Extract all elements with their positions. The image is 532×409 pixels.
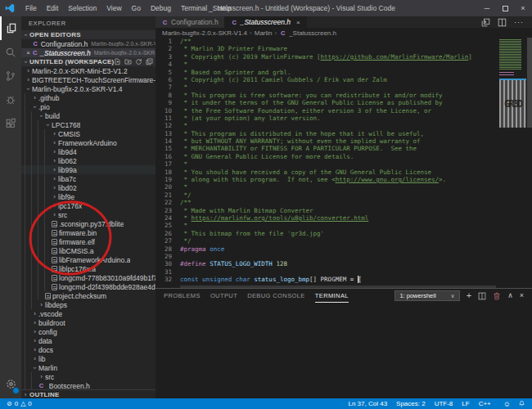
tree-item[interactable]: ›buildroot: [21, 318, 156, 327]
tree-item[interactable]: ›src: [21, 210, 156, 219]
code-area[interactable]: 1/**2 * Marlin 3D Printer Firmware3 * Co…: [156, 38, 496, 285]
code-line[interactable]: 18 * You should have received a copy of …: [156, 169, 496, 176]
code-line[interactable]: 9 * it under the terms of the GNU Genera…: [156, 99, 496, 106]
open-changes-icon[interactable]: [481, 18, 490, 27]
tree-item[interactable]: project.checksum: [21, 291, 156, 300]
close-button[interactable]: ×: [514, 0, 532, 16]
tree-item[interactable]: ›lpc176x: [21, 201, 156, 210]
code-line[interactable]: 23 * Made with Marlin Bitmap Converter: [156, 207, 496, 214]
search-icon[interactable]: [0, 40, 21, 64]
code-line[interactable]: 15 * MERCHANTABILITY or FITNESS FOR A PA…: [156, 145, 496, 152]
tree-item[interactable]: ›libdeps: [21, 300, 156, 309]
tree-item[interactable]: longcmd-d2f4398bdde928ae4dbef61d0181...: [21, 282, 156, 291]
code-line[interactable]: 1/**: [156, 38, 496, 45]
tree-item[interactable]: ›liba7c: [21, 174, 156, 183]
code-line[interactable]: 8 * This program is free software: you c…: [156, 92, 496, 99]
menu-view[interactable]: View: [101, 0, 126, 16]
menu-edit[interactable]: Edit: [42, 0, 64, 16]
tree-item[interactable]: ›lib: [21, 354, 156, 363]
tree-item[interactable]: firmware.elf: [21, 237, 156, 246]
maximize-panel-icon[interactable]: ∧: [507, 292, 513, 299]
tree-item[interactable]: .sconsign.py37.dblite: [21, 219, 156, 228]
code-line[interactable]: 25 *: [156, 222, 496, 229]
tree-item[interactable]: ›Marlin-bugfix-2.0.x-SKR-V1.4: [21, 84, 156, 93]
tree-item[interactable]: ›libd02: [21, 183, 156, 192]
tree-item[interactable]: ›Marlin-2.0.x-SKR-Mini-E3-V1.2: [21, 66, 156, 75]
editor-tab[interactable]: CConfiguration.h: [156, 16, 225, 28]
terminal-select[interactable]: 1: powershell ∨: [394, 290, 459, 301]
tree-item[interactable]: ›.pio: [21, 102, 156, 111]
tree-item[interactable]: ›.github: [21, 93, 156, 102]
collapse-all-icon[interactable]: [146, 58, 153, 65]
code-line[interactable]: 10 * the Free Software Foundation, eithe…: [156, 107, 496, 115]
code-line[interactable]: 6 * Copyright (c) 2011 Camiel Gubbels / …: [156, 76, 496, 83]
code-line[interactable]: 32const unsigned char status_logo_bmp[] …: [156, 276, 496, 283]
menu-file[interactable]: File: [20, 0, 42, 16]
code-line[interactable]: 31: [156, 268, 496, 276]
status-item[interactable]: C++: [479, 400, 491, 407]
open-editor-item[interactable]: CConfiguration.hMarlin-bugfix-2.0.x-SKR-…: [21, 39, 156, 48]
workspace-header[interactable]: › UNTITLED (WORKSPACE): [21, 57, 156, 66]
status-item[interactable]: UTF-8: [435, 400, 453, 407]
tree-item[interactable]: libCMSIS.a: [21, 246, 156, 255]
code-line[interactable]: 12 *: [156, 122, 496, 129]
minimize-button[interactable]: ─: [478, 0, 496, 16]
menu-selection[interactable]: Selection: [63, 0, 101, 16]
refresh-icon[interactable]: [135, 58, 142, 65]
tree-item[interactable]: ›lib062: [21, 156, 156, 165]
breadcrumb-item[interactable]: Marlin: [255, 29, 273, 37]
split-editor-icon[interactable]: [498, 18, 507, 27]
breadcrumb-item[interactable]: _Statusscreen.h: [289, 29, 336, 37]
tree-item[interactable]: ›data: [21, 336, 156, 345]
panel-tab-debug-console[interactable]: DEBUG CONSOLE: [247, 289, 305, 303]
code-line[interactable]: 27 */: [156, 237, 496, 245]
kill-terminal-icon[interactable]: [493, 292, 501, 300]
tree-item[interactable]: ›docs: [21, 345, 156, 354]
tree-item[interactable]: ›FrameworkArduino: [21, 138, 156, 147]
editor-tab[interactable]: C_Statusscreen.h×: [225, 16, 307, 28]
terminal-content[interactable]: [156, 303, 532, 398]
code-line[interactable]: 30#define STATUS_LOGO_WIDTH 128: [156, 260, 496, 267]
tree-item[interactable]: longcmd-778b83010a9fd49b1f7432b587f3...: [21, 273, 156, 282]
status-item[interactable]: Spaces: 2: [396, 400, 426, 407]
tree-item[interactable]: liblpc176x.a: [21, 264, 156, 273]
panel-tab-problems[interactable]: PROBLEMS: [164, 289, 201, 303]
panel-tab-terminal[interactable]: TERMINAL: [315, 289, 349, 303]
tree-item[interactable]: ›src: [21, 372, 156, 381]
code-line[interactable]: 26 * This bitmap from the file 'gr3d.jpg…: [156, 230, 496, 237]
panel-tab-output[interactable]: OUTPUT: [210, 289, 237, 303]
code-line[interactable]: 24 * https://marlinfw.org/tools/u8glib/c…: [156, 214, 496, 222]
close-editor-icon[interactable]: ×: [25, 49, 31, 56]
close-tab-icon[interactable]: ×: [296, 19, 300, 26]
tree-item[interactable]: ›Marlin: [21, 363, 156, 372]
code-line[interactable]: 29: [156, 253, 496, 260]
tree-item[interactable]: ›.vscode: [21, 309, 156, 318]
code-line[interactable]: 4 *: [156, 61, 496, 68]
tree-item[interactable]: ›CMSIS: [21, 129, 156, 138]
code-line[interactable]: 21 */: [156, 191, 496, 199]
open-editors-header[interactable]: › OPEN EDITORS: [21, 30, 156, 39]
problems-status[interactable]: ⊘ 0 △ 0: [7, 400, 32, 407]
feedback-smiley-icon[interactable]: ☺: [503, 401, 511, 407]
minimap[interactable]: GR3D: [499, 38, 526, 285]
code-line[interactable]: 2 * Marlin 3D Printer Firmware: [156, 45, 496, 52]
code-line[interactable]: 16 * GNU General Public License for more…: [156, 153, 496, 160]
tree-item[interactable]: ›lib99a: [21, 165, 156, 174]
editor-scrollbar[interactable]: [527, 38, 532, 285]
code-line[interactable]: 11 * (at your option) any later version.: [156, 115, 496, 122]
open-editor-item[interactable]: ×C_Statusscreen.hMarlin-bugfix-2.0.x-SKR…: [21, 48, 156, 57]
tree-item[interactable]: ›build: [21, 111, 156, 120]
menu-terminal[interactable]: Terminal: [176, 0, 212, 16]
new-file-icon[interactable]: [114, 58, 121, 65]
manage-gear-icon[interactable]: [0, 373, 21, 394]
code-line[interactable]: 22/**: [156, 199, 496, 206]
close-panel-icon[interactable]: ×: [520, 292, 524, 299]
outline-header[interactable]: › OUTLINE: [21, 389, 156, 398]
new-folder-icon[interactable]: [124, 58, 132, 65]
notifications-bell-icon[interactable]: [518, 400, 525, 407]
code-line[interactable]: 5 * Based on Sprinter and grbl.: [156, 69, 496, 76]
extensions-icon[interactable]: [0, 111, 21, 135]
tree-item[interactable]: ›lib9d4: [21, 147, 156, 156]
tree-item[interactable]: ›BIGTREETECH-TouchScreenFirmware-master: [21, 75, 156, 84]
tree-item[interactable]: libFrameworkArduino.a: [21, 255, 156, 264]
